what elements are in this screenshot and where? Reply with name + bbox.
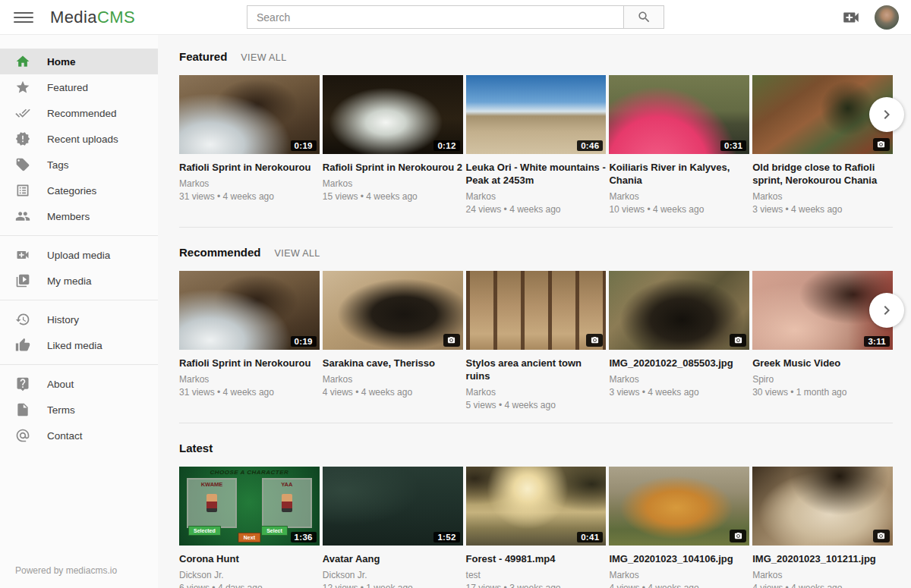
history-icon <box>15 312 30 327</box>
game-heading: CHOOSE A CHARACTER <box>179 469 320 476</box>
image-thumbnail[interactable] <box>323 271 463 350</box>
sidebar-item-recent-uploads[interactable]: Recent uploads <box>0 126 158 152</box>
view-all-link[interactable]: VIEW ALL <box>241 52 286 63</box>
sidebar-item-home[interactable]: Home <box>0 49 158 74</box>
media-card[interactable]: CHOOSE A CHARACTER KWAME YAA Selected Ne… <box>179 467 320 588</box>
media-author[interactable]: Markos <box>179 178 320 189</box>
photo-badge <box>873 530 890 542</box>
section-latest: Latest CHOOSE A CHARACTER KWAME YAA <box>179 442 893 588</box>
media-title[interactable]: Rafioli Sprint in Nerokourou <box>179 161 320 174</box>
cards-row: 0:19 Rafioli Sprint in Nerokourou Markos… <box>179 75 893 215</box>
menu-button[interactable] <box>14 9 33 26</box>
view-all-link[interactable]: VIEW ALL <box>275 248 320 259</box>
duration-badge: 1:36 <box>291 532 317 542</box>
list-alt-icon <box>15 183 30 198</box>
sidebar-divider <box>0 235 158 236</box>
image-thumbnail[interactable] <box>752 467 893 546</box>
media-meta: 6 views • 4 days ago <box>179 583 320 588</box>
sidebar-item-categories[interactable]: Categories <box>0 178 158 203</box>
media-author[interactable]: Markos <box>466 387 607 398</box>
media-card[interactable]: IMG_20201023_101211.jpg Markos 4 views •… <box>752 467 893 588</box>
sidebar-item-my-media[interactable]: My media <box>0 268 158 294</box>
image-thumbnail[interactable] <box>609 271 749 350</box>
media-author[interactable]: Markos <box>609 374 749 385</box>
character-name: KWAME <box>188 481 235 488</box>
media-title[interactable]: Old bridge close to Rafioli sprint, Nero… <box>752 161 893 187</box>
media-title[interactable]: IMG_20201023_101211.jpg <box>752 552 893 565</box>
media-card[interactable]: IMG_20201023_104106.jpg Markos 4 views •… <box>609 467 749 588</box>
sidebar-item-members[interactable]: Members <box>0 203 158 229</box>
video-thumbnail[interactable]: 0:31 <box>609 75 749 154</box>
media-meta: 10 views • 4 weeks ago <box>609 204 749 215</box>
video-thumbnail[interactable]: 0:19 <box>179 271 320 350</box>
media-author[interactable]: Markos <box>609 570 749 580</box>
chevron-right-icon <box>878 105 896 124</box>
media-author[interactable]: Markos <box>466 191 607 202</box>
photo-badge <box>873 138 890 151</box>
sidebar-item-liked-media[interactable]: Liked media <box>0 332 158 358</box>
upload-media-button[interactable] <box>841 8 861 27</box>
video-thumbnail[interactable]: CHOOSE A CHARACTER KWAME YAA Selected Ne… <box>179 467 320 546</box>
media-title[interactable]: Rafioli Sprint in Nerokourou 2 <box>323 161 463 174</box>
media-title[interactable]: IMG_20201022_085503.jpg <box>609 357 749 369</box>
media-author[interactable]: Dickson Jr. <box>323 570 463 580</box>
sidebar-item-contact[interactable]: Contact <box>0 423 158 448</box>
media-author[interactable]: Markos <box>752 191 893 202</box>
media-author[interactable]: Markos <box>323 374 463 385</box>
media-title[interactable]: Koiliaris River in Kalyves, Chania <box>609 161 749 187</box>
media-author[interactable]: Dickson Jr. <box>179 570 320 580</box>
video-thumbnail[interactable]: 1:52 <box>323 467 463 546</box>
video-thumbnail[interactable]: 0:19 <box>179 75 320 154</box>
section-divider <box>179 423 893 423</box>
image-thumbnail[interactable] <box>609 467 749 546</box>
media-author[interactable]: Spiro <box>752 374 893 385</box>
video-thumbnail[interactable]: 0:12 <box>323 75 463 154</box>
media-author[interactable]: Markos <box>752 570 893 580</box>
media-title[interactable]: Leuka Ori - White mountains - Peak at 24… <box>466 161 607 187</box>
media-title[interactable]: Rafioli Sprint in Nerokourou <box>179 357 320 369</box>
media-author[interactable]: test <box>466 570 607 580</box>
media-title[interactable]: Stylos area ancient town ruins <box>466 357 607 382</box>
video-call-icon <box>841 8 861 27</box>
media-title[interactable]: Forest - 49981.mp4 <box>466 552 607 565</box>
media-title[interactable]: Greek Music Video <box>752 357 893 369</box>
media-card[interactable]: 0:31 Koiliaris River in Kalyves, Chania … <box>609 75 749 215</box>
sidebar-item-upload-media[interactable]: Upload media <box>0 242 158 268</box>
sidebar-item-tags[interactable]: Tags <box>0 152 158 178</box>
carousel-next-button[interactable] <box>869 293 904 328</box>
media-card[interactable]: 0:12 Rafioli Sprint in Nerokourou 2 Mark… <box>323 75 463 215</box>
media-card[interactable]: 0:41 Forest - 49981.mp4 test 17 views • … <box>466 467 607 588</box>
media-card[interactable]: 1:52 Avatar Aang Dickson Jr. 12 views • … <box>323 467 463 588</box>
media-card[interactable]: Stylos area ancient town ruins Markos 5 … <box>466 271 607 410</box>
carousel-next-button[interactable] <box>869 97 904 132</box>
media-author[interactable]: Markos <box>179 374 320 385</box>
media-title[interactable]: IMG_20201023_104106.jpg <box>609 552 749 565</box>
sidebar-item-history[interactable]: History <box>0 307 158 332</box>
media-card[interactable]: IMG_20201022_085503.jpg Markos 3 views •… <box>609 271 749 410</box>
search-button[interactable] <box>624 5 664 29</box>
sidebar-item-label: About <box>47 379 74 390</box>
sidebar-item-about[interactable]: About <box>0 371 158 397</box>
top-bar: MediaCMS <box>0 0 911 35</box>
sidebar-item-terms[interactable]: Terms <box>0 397 158 423</box>
media-card[interactable]: Sarakina cave, Therisso Markos 4 views •… <box>323 271 463 410</box>
media-title[interactable]: Avatar Aang <box>323 552 463 565</box>
sidebar-item-featured[interactable]: Featured <box>0 74 158 100</box>
media-author[interactable]: Markos <box>609 191 749 202</box>
search-input[interactable] <box>247 5 624 29</box>
video-thumbnail[interactable]: 0:46 <box>466 75 607 154</box>
media-title[interactable]: Corona Hunt <box>179 552 320 565</box>
media-card[interactable]: 0:19 Rafioli Sprint in Nerokourou Markos… <box>179 271 320 410</box>
media-card[interactable]: 3:11 Greek Music Video Spiro 30 views • … <box>752 271 893 410</box>
media-card[interactable]: 0:19 Rafioli Sprint in Nerokourou Markos… <box>179 75 320 215</box>
video-thumbnail[interactable]: 0:41 <box>466 467 607 546</box>
media-card[interactable]: 0:46 Leuka Ori - White mountains - Peak … <box>466 75 607 215</box>
sidebar-item-recommended[interactable]: Recommended <box>0 100 158 126</box>
media-card[interactable]: Old bridge close to Rafioli sprint, Nero… <box>752 75 893 215</box>
image-thumbnail[interactable] <box>466 271 607 350</box>
media-title[interactable]: Sarakina cave, Therisso <box>323 357 463 369</box>
user-avatar[interactable] <box>875 5 899 30</box>
video-call-icon <box>15 247 30 263</box>
logo[interactable]: MediaCMS <box>50 8 135 27</box>
media-author[interactable]: Markos <box>323 178 463 189</box>
